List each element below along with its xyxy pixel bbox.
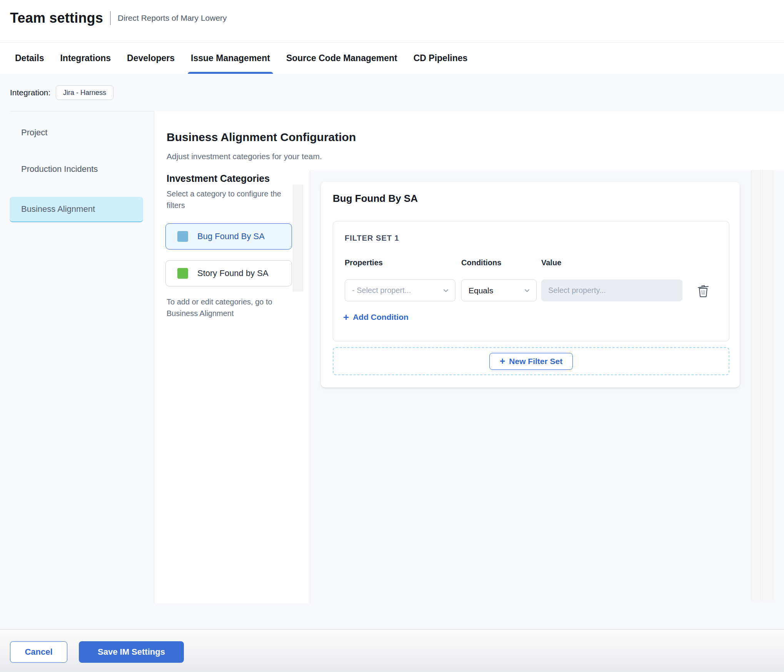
header: Team settings Direct Reports of Mary Low… — [0, 0, 784, 42]
delete-condition-button[interactable] — [696, 282, 711, 299]
categories-title: Investment Categories — [167, 173, 270, 184]
categories-column-background — [154, 111, 310, 603]
category-story-found-by-sa-label: Story Found by SA — [197, 268, 269, 278]
tab-integrations[interactable]: Integrations — [60, 43, 111, 74]
filter-set-box: FILTER SET 1 Properties Conditions Value… — [333, 221, 729, 341]
sidebar-item-business-alignment[interactable]: Business Alignment — [10, 197, 143, 222]
integration-row: Integration: Jira - Harness — [10, 85, 113, 100]
new-filter-set-label: New Filter Set — [509, 357, 562, 366]
tab-source-code-management[interactable]: Source Code Management — [286, 43, 397, 74]
tab-issue-management-label: Issue Management — [191, 53, 270, 63]
category-bug-found-by-sa[interactable]: Bug Found By SA — [165, 223, 292, 250]
filter-card-title: Bug Found By SA — [333, 193, 418, 205]
team-settings-screen: Team settings Direct Reports of Mary Low… — [0, 0, 784, 672]
footer: Cancel Save IM Settings — [0, 629, 784, 672]
category-bug-found-by-sa-label: Bug Found By SA — [197, 231, 265, 241]
plus-icon: + — [343, 312, 349, 322]
panel-scrollbar-track[interactable] — [751, 170, 761, 600]
integration-label: Integration: — [10, 88, 50, 97]
category-color-swatch-blue — [177, 231, 188, 242]
categories-note: To add or edit categories, go to Busines… — [167, 296, 301, 319]
column-header-properties: Properties — [345, 258, 383, 267]
cancel-button[interactable]: Cancel — [10, 641, 67, 663]
categories-divider — [310, 170, 310, 603]
tab-bar: Details Integrations Developers Issue Ma… — [0, 42, 784, 74]
chevron-down-icon — [523, 287, 531, 294]
trash-icon — [697, 284, 709, 298]
conditions-select[interactable]: Equals — [461, 279, 537, 301]
tab-issue-management[interactable]: Issue Management — [191, 43, 270, 74]
tab-cd-pipelines[interactable]: CD Pipelines — [414, 43, 468, 74]
tab-details[interactable]: Details — [15, 43, 44, 74]
section-subtitle: Adjust investment categories for your te… — [167, 152, 322, 161]
add-condition-label: Add Condition — [353, 313, 409, 322]
properties-select-placeholder: - Select propert... — [352, 286, 411, 295]
filter-set-title: FILTER SET 1 — [345, 234, 399, 243]
sidebar-item-project[interactable]: Project — [21, 128, 47, 138]
section-title: Business Alignment Configuration — [167, 131, 356, 144]
column-header-value: Value — [541, 258, 561, 267]
save-im-settings-button[interactable]: Save IM Settings — [79, 641, 184, 663]
value-input[interactable] — [541, 279, 682, 301]
add-condition-button[interactable]: + Add Condition — [343, 312, 409, 322]
category-story-found-by-sa[interactable]: Story Found by SA — [165, 260, 292, 286]
page-subtitle: Direct Reports of Mary Lowery — [118, 13, 227, 23]
page-title: Team settings — [10, 10, 103, 26]
sidebar-divider — [154, 111, 154, 603]
category-color-swatch-green — [177, 268, 188, 279]
new-filter-set-dropzone: + New Filter Set — [333, 347, 729, 375]
page-scrollbar-track[interactable] — [762, 170, 773, 600]
plus-icon: + — [500, 356, 505, 366]
column-header-conditions: Conditions — [461, 258, 501, 267]
title-separator — [110, 11, 111, 25]
title-row: Team settings Direct Reports of Mary Low… — [10, 10, 227, 26]
integration-chip[interactable]: Jira - Harness — [56, 85, 113, 100]
sidebar-item-business-alignment-label: Business Alignment — [21, 204, 95, 214]
tab-developers[interactable]: Developers — [127, 43, 175, 74]
properties-select[interactable]: - Select propert... — [345, 279, 455, 301]
conditions-select-value: Equals — [469, 286, 493, 295]
filter-config-card: Bug Found By SA FILTER SET 1 Properties … — [321, 182, 740, 388]
categories-subtitle: Select a category to configure the filte… — [167, 188, 301, 211]
chevron-down-icon — [442, 287, 450, 294]
new-filter-set-button[interactable]: + New Filter Set — [489, 353, 573, 370]
content-area: Integration: Jira - Harness Project Prod… — [0, 74, 784, 629]
sidebar-item-production-incidents[interactable]: Production Incidents — [21, 164, 98, 174]
